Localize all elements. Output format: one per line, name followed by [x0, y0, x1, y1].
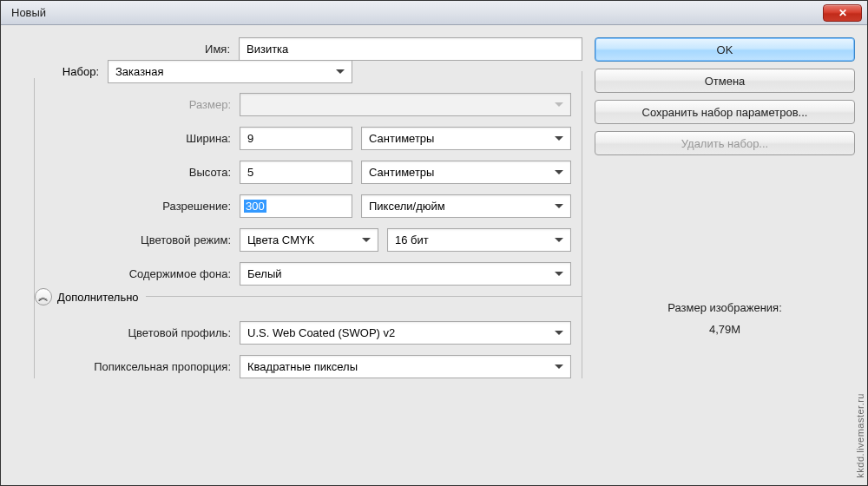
name-input[interactable]	[239, 37, 582, 61]
chevron-down-icon	[555, 136, 563, 141]
titlebar: Новый ✕	[1, 1, 867, 25]
row-name: Имя:	[13, 37, 582, 61]
advanced-header: ︽ Дополнительно	[35, 288, 146, 305]
resolution-value: 300	[244, 200, 266, 213]
form-column: Имя: Набор: Заказная Размер:	[13, 37, 582, 468]
label-preset: Набор:	[14, 65, 108, 78]
label-name: Имя:	[13, 43, 239, 56]
image-size-label: Размер изображения:	[595, 301, 855, 314]
chevron-down-icon	[336, 69, 345, 74]
background-select[interactable]: Белый	[240, 262, 571, 286]
label-resolution: Разрешение:	[45, 200, 240, 213]
image-size-info: Размер изображения: 4,79M	[595, 301, 855, 336]
size-select	[240, 93, 571, 116]
row-height: Высота: Сантиметры	[45, 161, 571, 184]
width-unit-select[interactable]: Сантиметры	[361, 127, 571, 150]
ok-button[interactable]: OK	[595, 37, 855, 62]
chevron-up-icon: ︽	[38, 292, 49, 302]
save-preset-label: Сохранить набор параметров...	[642, 106, 808, 119]
height-unit-value: Сантиметры	[369, 166, 434, 179]
bit-depth-select[interactable]: 16 бит	[387, 228, 571, 252]
background-value: Белый	[247, 267, 282, 280]
width-unit-value: Сантиметры	[369, 132, 434, 145]
delete-preset-label: Удалить набор...	[681, 137, 768, 150]
label-size: Размер:	[45, 98, 240, 111]
row-width: Ширина: Сантиметры	[45, 127, 571, 150]
row-pixel-aspect: Попиксельная пропорция: Квадратные пиксе…	[45, 355, 571, 378]
label-color-profile: Цветовой профиль:	[45, 326, 240, 339]
preset-select[interactable]: Заказная	[108, 60, 352, 83]
bit-depth-value: 16 бит	[395, 233, 429, 246]
chevron-down-icon	[555, 331, 563, 335]
row-color-mode: Цветовой режим: Цвета CMYK 16 бит	[45, 228, 571, 252]
label-background: Содержимое фона:	[45, 267, 240, 280]
height-input[interactable]	[240, 161, 352, 184]
color-mode-select[interactable]: Цвета CMYK	[240, 228, 378, 252]
color-profile-select[interactable]: U.S. Web Coated (SWOP) v2	[240, 321, 571, 345]
label-width: Ширина:	[45, 132, 240, 145]
chevron-down-icon	[555, 170, 563, 174]
dialog-body: Имя: Набор: Заказная Размер:	[1, 25, 867, 485]
label-advanced: Дополнительно	[57, 291, 139, 304]
buttons-column: OK Отмена Сохранить набор параметров... …	[595, 37, 855, 468]
chevron-down-icon	[555, 102, 563, 107]
label-pixel-aspect: Попиксельная пропорция:	[45, 360, 240, 373]
chevron-down-icon	[555, 238, 563, 242]
label-height: Высота:	[45, 166, 240, 179]
resolution-unit-value: Пиксели/дюйм	[369, 200, 445, 213]
chevron-down-icon	[555, 272, 563, 276]
delete-preset-button: Удалить набор...	[595, 131, 855, 155]
row-background: Содержимое фона: Белый	[45, 262, 571, 286]
chevron-down-icon	[362, 238, 371, 242]
row-resolution: Разрешение: 300 Пиксели/дюйм	[45, 194, 571, 218]
width-input[interactable]	[240, 127, 352, 150]
cancel-button[interactable]: Отмена	[595, 69, 855, 93]
save-preset-button[interactable]: Сохранить набор параметров...	[595, 100, 855, 124]
watermark: kkdd.livemaster.ru	[855, 393, 865, 478]
height-unit-select[interactable]: Сантиметры	[361, 161, 571, 184]
cancel-label: Отмена	[705, 75, 746, 88]
row-color-profile: Цветовой профиль: U.S. Web Coated (SWOP)…	[45, 321, 571, 345]
color-profile-value: U.S. Web Coated (SWOP) v2	[247, 326, 395, 339]
close-button[interactable]: ✕	[823, 4, 862, 22]
color-mode-value: Цвета CMYK	[247, 233, 314, 246]
window-title: Новый	[6, 6, 46, 19]
close-icon: ✕	[838, 7, 847, 19]
resolution-input[interactable]: 300	[240, 194, 352, 218]
pixel-aspect-select[interactable]: Квадратные пикселы	[240, 355, 571, 378]
preset-group: Набор: Заказная Размер:	[34, 71, 582, 378]
resolution-unit-select[interactable]: Пиксели/дюйм	[361, 194, 571, 218]
preset-value: Заказная	[115, 65, 164, 78]
collapse-toggle[interactable]: ︽	[35, 288, 52, 305]
advanced-group: ︽ Дополнительно Цветовой профиль: U.S. W…	[35, 296, 582, 378]
ok-label: OK	[717, 43, 733, 56]
chevron-down-icon	[555, 364, 563, 369]
new-document-dialog: Новый ✕ Имя: Набор: Заказная	[0, 0, 868, 486]
pixel-aspect-value: Квадратные пикселы	[247, 360, 358, 373]
row-size: Размер:	[45, 93, 571, 116]
image-size-value: 4,79M	[595, 323, 855, 336]
chevron-down-icon	[555, 204, 563, 208]
label-color-mode: Цветовой режим:	[45, 233, 240, 246]
